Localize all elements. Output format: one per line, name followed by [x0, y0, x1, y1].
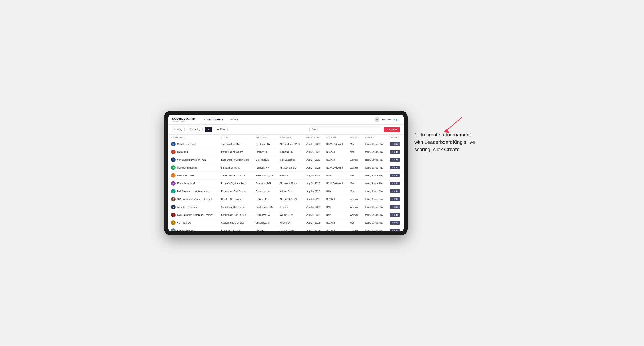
cell-city-state: Oskaloosa, IA	[253, 211, 278, 219]
cell-division: NAIA	[324, 172, 347, 179]
edit-icon: ✏	[392, 143, 394, 145]
cell-actions: ✏ Edit	[387, 148, 404, 156]
cell-actions: ✏ Edit	[387, 219, 404, 227]
search-box	[310, 127, 382, 132]
cell-hosted-by: Vincennes	[278, 219, 304, 227]
edit-button[interactable]: ✏ Edit	[390, 221, 400, 224]
edit-label: Edit	[394, 198, 398, 200]
filter-icon: ☰	[217, 128, 219, 131]
logo-subtitle: Powered by clippit	[172, 120, 195, 122]
tablet-screen: SCOREBOARD Powered by clippit TOURNAMENT…	[168, 115, 404, 231]
edit-button[interactable]: ✏ Edit	[390, 174, 400, 177]
cell-event-name: F Fall Statesmen Invitational - Men	[168, 187, 218, 195]
edit-icon: ✏	[392, 214, 394, 216]
cell-event-name: C Carl Sandburg Women FA23	[168, 156, 218, 164]
cell-hosted-by: William Penn	[278, 187, 304, 195]
table-row: K Klash at Kokopelli Kokopelli Golf Club…	[168, 227, 404, 231]
tab-teams[interactable]: TEAMS	[226, 115, 241, 124]
cell-event-name: U upike fall invitational	[168, 203, 218, 211]
edit-button[interactable]: ✏ Edit	[390, 213, 400, 217]
cell-division: NCAA Division III	[324, 140, 347, 148]
cell-gender: Men	[347, 179, 362, 187]
cell-venue: Ruttger's Bay Lake Resort	[218, 179, 253, 187]
cell-city-state: Deerwood, MN	[253, 179, 278, 187]
cell-start-date: Aug 28, 2023	[304, 203, 324, 211]
cell-actions: ✏ Edit	[387, 172, 404, 179]
edit-button[interactable]: ✏ Edit	[390, 229, 400, 231]
cell-division: NAIA	[324, 203, 347, 211]
event-name-text: Klash at Kokopelli	[177, 229, 195, 231]
cell-actions: ✏ Edit	[387, 203, 404, 211]
edit-label: Edit	[394, 222, 398, 224]
filter-label: Filter	[220, 128, 225, 131]
cell-venue: StoneCrest Golf Course	[218, 203, 253, 211]
cell-start-date: Aug 28, 2023	[304, 211, 324, 219]
competing-filter-btn[interactable]: Competing	[187, 127, 202, 132]
all-filter-btn[interactable]: All	[205, 127, 212, 132]
settings-icon[interactable]: ⚙	[374, 117, 380, 122]
hosting-filter-btn[interactable]: Hosting	[172, 127, 184, 132]
team-icon: H	[171, 150, 176, 154]
edit-label: Edit	[394, 143, 398, 145]
edit-button[interactable]: ✏ Edit	[390, 197, 400, 201]
table-row: F Fall Statesmen Invitational - Men Edmu…	[168, 187, 404, 195]
advanced-filter-btn[interactable]: ☰ Filter	[214, 127, 227, 132]
nav-right: ⚙ Test User Sign...	[374, 117, 400, 122]
svg-marker-1	[444, 129, 449, 133]
table-row: U upike fall invitational StoneCrest Gol…	[168, 203, 404, 211]
edit-button[interactable]: ✏ Edit	[390, 205, 400, 209]
signout-link[interactable]: Sign...	[394, 118, 400, 121]
cell-gender: Women	[347, 164, 362, 172]
cell-hosted-by: William Penn	[278, 211, 304, 219]
edit-button[interactable]: ✏ Edit	[390, 142, 400, 146]
col-city-state: CITY, STATE	[253, 135, 278, 140]
outer-wrapper: SCOREBOARD Powered by clippit TOURNAMENT…	[164, 111, 480, 235]
cell-gender: Women	[347, 227, 362, 231]
col-division: DIVISION	[324, 135, 347, 140]
cell-scoring: team, Stroke Play	[362, 179, 387, 187]
cell-event-name: H Highland 36	[168, 148, 218, 156]
table-row: M Maverick Invitational Faribault Golf C…	[168, 164, 404, 172]
nav-user-label: Test User	[382, 118, 391, 121]
cell-venue: Park Hills Golf Course	[218, 148, 253, 156]
event-name-text: Fall Statesmen Invitational - Women	[177, 214, 213, 216]
edit-button[interactable]: ✏ Edit	[390, 166, 400, 170]
edit-button[interactable]: ✏ Edit	[390, 189, 400, 193]
cell-event-name: U UPIKE Fall Invite	[168, 172, 218, 179]
arrow-container	[414, 115, 466, 133]
event-name-text: UPIKE Fall Invite	[177, 174, 194, 177]
event-name-text: MSMC Qualifying 1	[177, 143, 196, 145]
cell-division: NCAA Division II	[324, 164, 347, 172]
edit-label: Edit	[394, 229, 398, 231]
edit-label: Edit	[394, 190, 398, 192]
edit-icon: ✏	[392, 151, 394, 153]
cell-hosted-by: Pikeville	[278, 203, 304, 211]
cell-event-name: M Morris Invitational	[168, 179, 218, 187]
cell-scoring: team, Stroke Play	[362, 227, 387, 231]
filter-bar: Hosting Competing All ☰ Filter + Create	[168, 125, 404, 135]
nav-tabs: TOURNAMENTS TEAMS	[201, 115, 241, 124]
edit-button[interactable]: ✏ Edit	[390, 158, 400, 162]
top-nav: SCOREBOARD Powered by clippit TOURNAMENT…	[168, 115, 404, 125]
tab-tournaments[interactable]: TOURNAMENTS	[201, 115, 226, 124]
cell-event-name: 2 2023 Women's Hesston Fall Kickoff	[168, 195, 218, 203]
edit-button[interactable]: ✏ Edit	[390, 181, 400, 185]
cell-scoring: team, Stroke Play	[362, 211, 387, 219]
edit-icon: ✏	[392, 229, 394, 231]
cell-division: NAIA	[324, 211, 347, 219]
create-button[interactable]: + Create	[384, 127, 400, 132]
team-icon: M	[171, 181, 176, 185]
team-icon: M	[171, 142, 176, 146]
cell-gender: Men	[347, 148, 362, 156]
arrow-graphic	[439, 115, 466, 133]
event-name-text: upike fall invitational	[177, 206, 198, 208]
cell-actions: ✏ Edit	[387, 140, 404, 148]
search-input[interactable]	[310, 127, 382, 132]
cell-scoring: team, Stroke Play	[362, 219, 387, 227]
cell-hosted-by: Pikeville	[278, 172, 304, 179]
edit-button[interactable]: ✏ Edit	[390, 150, 400, 154]
team-icon: F	[171, 189, 176, 193]
cell-actions: ✏ Edit	[387, 227, 404, 231]
cell-gender: Men	[347, 140, 362, 148]
table-row: F Fall Statesmen Invitational - Women Ed…	[168, 211, 404, 219]
